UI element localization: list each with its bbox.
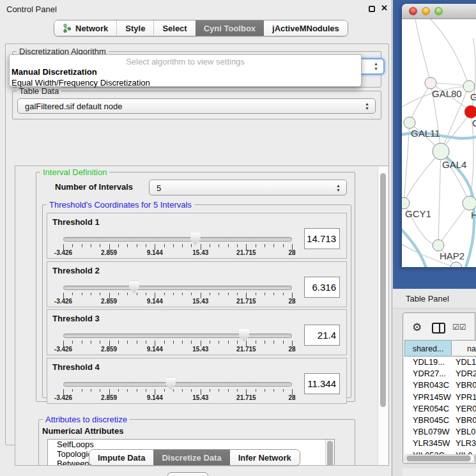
network-node[interactable] (433, 143, 449, 160)
slider-track[interactable] (63, 286, 292, 290)
tab-impute-data[interactable]: Impute Data (89, 450, 153, 465)
network-node[interactable] (463, 196, 476, 210)
attribute-list-item[interactable]: SelfLoops (48, 440, 334, 449)
table-panel: ⚙ ☑☑ shared... na YDL19...YDL1YDR27...YD… (393, 309, 476, 476)
dropdown-items: Manual DiscretizationEqual Width/Frequen… (10, 66, 361, 88)
threshold-value-field[interactable]: 14.713 (304, 228, 340, 249)
tab-jactivemnodules[interactable]: jActiveMNodules (264, 20, 348, 36)
threshold-value-field[interactable]: 21.4 (304, 325, 340, 346)
close-traffic-light-icon[interactable] (409, 7, 417, 15)
column-header-shared-name[interactable]: shared... (404, 340, 452, 357)
table-row[interactable]: YDR27...YDR2 (404, 369, 476, 380)
table-panel-title: Table Panel (406, 294, 449, 303)
checkboxes-icon[interactable]: ☑☑ (452, 323, 466, 332)
settings-scrollbar[interactable] (378, 167, 388, 466)
slider-tick-labels: -3.4262.8599.14415.4321.71528 (63, 346, 292, 353)
table-row[interactable]: YLR345WYLR3 (404, 438, 476, 450)
network-node[interactable] (404, 117, 415, 128)
network-node-label: HAP2 (440, 250, 464, 261)
network-node[interactable] (425, 77, 436, 89)
cell-name: YBL0 (452, 427, 475, 438)
scrollbar-thumb[interactable] (406, 456, 471, 461)
network-node[interactable] (402, 197, 410, 209)
tab-label: Infer Network (238, 453, 291, 463)
threshold-label: Threshold 3 (52, 314, 100, 323)
tab-select[interactable]: Select (153, 20, 195, 36)
network-canvas[interactable]: GAL80GACGAL11GAL4GCY1HHAP2 (402, 19, 476, 267)
number-of-intervals-combobox[interactable]: 5 ▲▼ (149, 180, 347, 196)
network-edge[interactable] (404, 151, 441, 203)
float-window-icon[interactable] (369, 6, 375, 12)
network-edge[interactable] (438, 203, 470, 245)
table-data-combobox[interactable]: galFiltered.sif default node ▲▼ (17, 98, 376, 114)
table-row[interactable]: YBR043CYBR0 (404, 380, 476, 392)
tab-style[interactable]: Style (116, 20, 153, 36)
split-columns-icon[interactable] (432, 323, 445, 334)
network-node[interactable] (433, 240, 444, 251)
column-header-name[interactable]: na (452, 340, 476, 357)
cell-shared-name: YLR345W (404, 438, 452, 450)
table-hscrollbar[interactable] (404, 454, 475, 463)
network-edge[interactable] (427, 19, 469, 86)
interval-definition-label: Interval Definition (40, 167, 109, 177)
table-data-group: Table Data galFiltered.sif default node … (12, 91, 381, 119)
list-scrollbar[interactable] (325, 440, 334, 466)
number-of-intervals-label: Number of Intervals (55, 182, 133, 192)
threshold-panel: Threshold 2-3.4262.8599.14415.4321.71528… (47, 261, 347, 307)
apply-button[interactable]: Apply (167, 472, 208, 476)
threshold-value-field[interactable]: 6.316 (304, 277, 340, 298)
network-node[interactable] (463, 81, 475, 92)
dropdown-item[interactable]: Equal Width/Frequency Discretization (10, 77, 361, 88)
scrollbar-thumb[interactable] (380, 173, 386, 407)
network-window-titlebar[interactable] (402, 4, 476, 19)
node-table-window: ⚙ ☑☑ shared... na YDL19...YDL1YDR27...YD… (403, 312, 475, 464)
tab-discretize-data[interactable]: Discretize Data (153, 450, 229, 465)
table-panel-titlebar: Table Panel (393, 289, 476, 309)
network-node-label: H (471, 210, 476, 220)
cyni-toolbox-panel: Discretization Algorithm ▲▼ Select algor… (5, 43, 389, 445)
threshold-label: Threshold 2 (52, 266, 100, 275)
table-row[interactable]: YDL19...YDL1 (404, 357, 476, 369)
slider-thumb[interactable] (165, 378, 176, 390)
thresholds-group: Threshold's Coordinates for 5 Intervals … (42, 204, 351, 398)
table-row[interactable]: YER054CYER0 (404, 404, 476, 415)
network-node-label: GA (470, 91, 476, 102)
network-node-label: C (472, 118, 476, 128)
numerical-attributes-label: Numerical Attributes (42, 426, 123, 436)
table-row[interactable]: YBL079WYBL0 (404, 427, 476, 438)
zoom-traffic-light-icon[interactable] (434, 7, 443, 15)
bottom-tab-bar: Impute DataDiscretize DataInfer Network (89, 449, 300, 466)
tab-label: Discretize Data (162, 453, 221, 463)
threshold-value-field[interactable]: 11.344 (304, 373, 340, 394)
network-edge[interactable] (415, 19, 431, 83)
threshold-panel: Threshold 1-3.4262.8599.14415.4321.71528… (47, 213, 347, 259)
cell-shared-name: YPR145W (404, 392, 452, 404)
algorithm-dropdown-popup: Select algorithm to view settings Manual… (9, 54, 362, 87)
scrollbar-thumb[interactable] (327, 441, 333, 466)
slider-thumb[interactable] (239, 329, 249, 342)
table-row[interactable]: YBR045CYBR0 (404, 415, 476, 427)
tab-cyni-toolbox[interactable]: Cyni Toolbox (196, 20, 264, 36)
tab-label: Cyni Toolbox (204, 24, 256, 33)
cell-shared-name: YBL079W (404, 427, 452, 438)
cell-name: YPR1 (452, 392, 476, 404)
cell-name: YDL1 (452, 357, 476, 369)
slider-track[interactable] (63, 237, 292, 242)
attributes-group-label: Attributes to discretize (43, 415, 130, 424)
tab-network[interactable]: Network (54, 20, 116, 36)
minimize-traffic-light-icon[interactable] (422, 7, 430, 15)
slider-track[interactable] (63, 382, 292, 387)
slider-thumb[interactable] (190, 233, 201, 245)
number-of-intervals-value: 5 (157, 183, 161, 192)
slider-track[interactable] (63, 334, 292, 338)
gear-icon[interactable]: ⚙ (412, 321, 422, 334)
tab-label: Network (75, 24, 108, 33)
network-edge[interactable] (410, 83, 431, 123)
close-icon[interactable]: ✕ (381, 3, 388, 13)
table-row[interactable]: YPR145WYPR1 (404, 392, 476, 404)
network-node[interactable] (464, 105, 476, 118)
network-edge[interactable] (438, 151, 441, 245)
slider-thumb[interactable] (129, 281, 139, 294)
dropdown-item[interactable]: Manual Discretization (10, 66, 361, 77)
tab-infer-network[interactable]: Infer Network (230, 450, 300, 465)
